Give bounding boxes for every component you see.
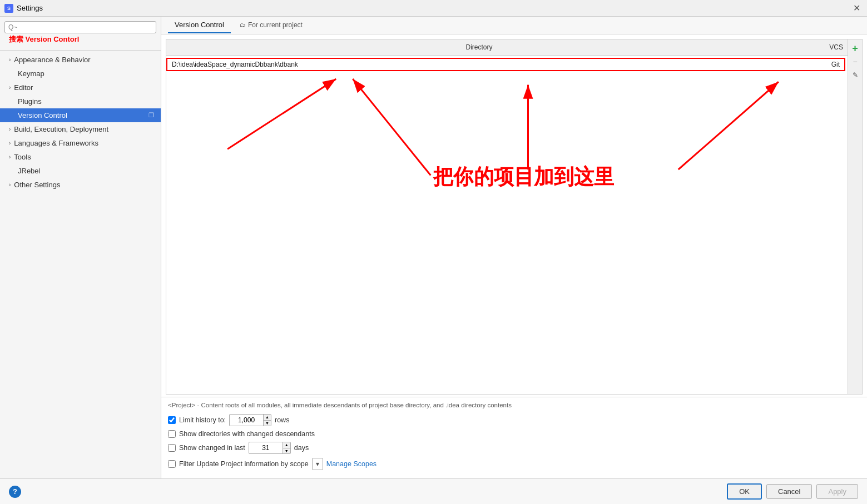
scope-dropdown-arrow: ▾ (316, 460, 319, 468)
add-button[interactable]: + (850, 43, 861, 54)
filter-update-label: Filter Update Project information by sco… (179, 460, 309, 468)
limit-history-row: Limit history to: ▲ ▼ rows (168, 414, 860, 426)
sidebar-item-label: Other Settings (14, 181, 60, 189)
show-changed-row: Show changed in last ▲ ▼ days (168, 442, 860, 454)
cancel-button[interactable]: Cancel (766, 484, 812, 499)
copy-icon: ❐ (148, 112, 154, 119)
tabs-bar: Version Control 🗂 For current project (161, 17, 867, 34)
show-directories-label: Show directories with changed descendant… (179, 430, 315, 438)
sidebar-item-label: Appearance & Behavior (14, 56, 90, 64)
filter-update-row: Filter Update Project information by sco… (168, 458, 860, 470)
app-icon: S (4, 4, 13, 13)
limit-history-value[interactable] (230, 415, 263, 425)
window-title: Settings (17, 4, 43, 12)
spinner-arrows: ▲ ▼ (263, 414, 271, 426)
spinner-up[interactable]: ▲ (264, 414, 271, 421)
edit-button[interactable]: ✎ (850, 69, 861, 81)
show-changed-unit: days (294, 444, 309, 452)
footer: ? OK Cancel Apply (0, 478, 867, 504)
show-changed-input[interactable]: ▲ ▼ (249, 442, 291, 454)
spinner-down[interactable]: ▼ (264, 421, 271, 427)
sidebar-nav-list: › Appearance & Behavior Keymap › Editor … (0, 51, 161, 478)
sidebar-item-label: Languages & Frameworks (14, 139, 98, 147)
manage-scopes-link[interactable]: Manage Scopes (326, 460, 376, 468)
search-input-wrapper[interactable]: Q~ (4, 21, 156, 33)
annotation-overlay: 把你的项目加到这里 (166, 56, 862, 395)
sidebar-item-label: Keymap (18, 69, 44, 78)
ok-button[interactable]: OK (727, 483, 762, 500)
table-header: Directory VCS (166, 39, 862, 56)
spinner-up-2[interactable]: ▲ (283, 442, 290, 448)
sidebar-item-languages[interactable]: › Languages & Frameworks (0, 136, 161, 150)
sidebar-item-label: Version Control (18, 111, 67, 119)
svg-text:把你的项目加到这里: 把你的项目加到这里 (433, 165, 614, 189)
chevron-right-icon: › (9, 57, 11, 63)
sidebar-item-plugins[interactable]: Plugins (0, 94, 161, 108)
apply-button[interactable]: Apply (816, 484, 858, 499)
svg-line-3 (353, 79, 430, 176)
spinner-arrows-2: ▲ ▼ (283, 442, 290, 454)
show-directories-checkbox[interactable] (168, 430, 176, 438)
limit-history-input[interactable]: ▲ ▼ (229, 414, 271, 426)
bottom-settings: <Project> - Content roots of all modules… (161, 397, 867, 478)
title-bar: S Settings ✕ (0, 0, 867, 17)
sidebar-item-label: Tools (14, 153, 31, 161)
limit-history-unit: rows (275, 416, 289, 424)
cell-vcs: Git (789, 59, 844, 70)
search-bar: Q~ 搜索 Version Contorl (0, 17, 161, 51)
sidebar-item-tools[interactable]: › Tools (0, 150, 161, 164)
svg-line-6 (678, 82, 779, 169)
show-changed-label: Show changed in last (179, 444, 245, 452)
sidebar-item-other-settings[interactable]: › Other Settings (0, 178, 161, 192)
directory-table: Directory VCS D:\idea\ideaSpace_dynamicD… (166, 39, 863, 395)
sidebar-item-build[interactable]: › Build, Execution, Deployment (0, 122, 161, 136)
show-directories-row: Show directories with changed descendant… (168, 430, 860, 438)
scope-dropdown[interactable]: ▾ (312, 458, 323, 470)
sidebar-item-version-control[interactable]: Version Control ❐ (0, 108, 161, 122)
sidebar-item-label: JRebel (18, 167, 40, 175)
info-text: <Project> - Content roots of all modules… (168, 401, 860, 410)
footer-left: ? (9, 486, 21, 498)
col-header-vcs: VCS (792, 42, 848, 53)
sidebar-item-label: Editor (14, 83, 33, 92)
panel-content: Directory VCS D:\idea\ideaSpace_dynamicD… (161, 34, 867, 478)
chevron-right-icon: › (9, 154, 11, 160)
sidebar-item-appearance[interactable]: › Appearance & Behavior (0, 53, 161, 67)
close-button[interactable]: ✕ (851, 3, 863, 13)
main-container: Q~ 搜索 Version Contorl › Appearance & Beh… (0, 17, 867, 478)
show-changed-checkbox[interactable] (168, 444, 176, 452)
remove-button[interactable]: − (850, 56, 861, 67)
sidebar-item-editor[interactable]: › Editor (0, 81, 161, 94)
help-button[interactable]: ? (9, 486, 21, 498)
chevron-right-icon: › (9, 182, 11, 188)
project-icon: 🗂 (240, 22, 246, 28)
limit-history-label: Limit history to: (179, 416, 226, 424)
col-header-directory: Directory (166, 42, 792, 53)
chevron-right-icon: › (9, 126, 11, 132)
sidebar-item-keymap[interactable]: Keymap (0, 67, 161, 81)
chevron-right-icon: › (9, 140, 11, 146)
cell-directory: D:\idea\ideaSpace_dynamicDbbank\dbank (167, 59, 789, 70)
side-actions: + − ✎ (848, 39, 862, 394)
limit-history-checkbox[interactable] (168, 416, 176, 424)
tab-for-current-project[interactable]: 🗂 For current project (233, 18, 309, 33)
sidebar-item-label: Plugins (18, 97, 42, 106)
table-row[interactable]: D:\idea\ideaSpace_dynamicDbbank\dbank Gi… (166, 58, 845, 71)
sidebar-item-jrebel[interactable]: JRebel (0, 164, 161, 178)
tab-version-control[interactable]: Version Control (168, 17, 231, 33)
search-icon: Q~ (8, 23, 17, 31)
show-changed-value[interactable] (249, 443, 283, 453)
chevron-right-icon: › (9, 84, 11, 91)
spinner-down-2[interactable]: ▼ (283, 448, 290, 455)
svg-line-5 (227, 79, 336, 149)
filter-update-checkbox[interactable] (168, 460, 176, 468)
tab-label: For current project (248, 21, 303, 29)
search-annotation: 搜索 Version Contorl (4, 33, 156, 46)
sidebar: Q~ 搜索 Version Contorl › Appearance & Beh… (0, 17, 161, 478)
sidebar-item-label: Build, Execution, Deployment (14, 125, 108, 133)
content-area: Version Control 🗂 For current project Di… (161, 17, 867, 478)
table-body: D:\idea\ideaSpace_dynamicDbbank\dbank Gi… (166, 56, 862, 395)
